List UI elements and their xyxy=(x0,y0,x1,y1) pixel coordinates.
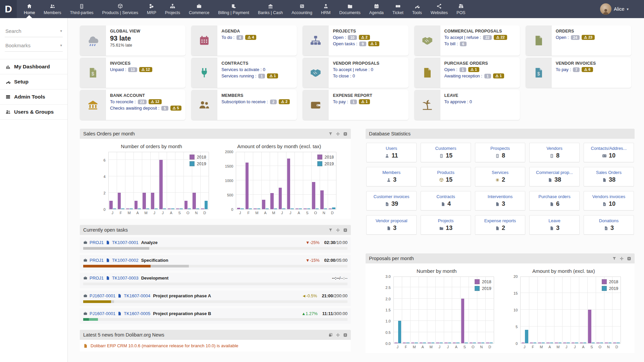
project-link[interactable]: PROJ1 xyxy=(90,258,104,263)
stat-label[interactable]: Commercial prop... xyxy=(536,170,573,175)
menu-billing-payment[interactable]: Billing | Payment xyxy=(214,0,254,18)
close-icon[interactable] xyxy=(343,228,347,232)
task-ref-link[interactable]: TK1607-0004 xyxy=(124,293,150,298)
widget-commercial-proposals[interactable]: COMMERCIAL PROPOSALSTo accept | refuse :… xyxy=(414,25,520,56)
stat-projects[interactable]: Projects13 xyxy=(421,215,471,235)
menu-accounting[interactable]: Accounting xyxy=(287,0,317,18)
menu-pos[interactable]: POS xyxy=(452,0,470,18)
sidebar-item-setup[interactable]: Setup xyxy=(0,74,67,89)
stat-label[interactable]: Prospects xyxy=(490,146,510,151)
close-icon[interactable] xyxy=(343,333,347,337)
menu-documents[interactable]: Documents xyxy=(335,0,365,18)
stat-vendor-proposal[interactable]: Vendor proposal3 xyxy=(366,215,417,235)
menu-projects[interactable]: Projects xyxy=(161,0,184,18)
filter-icon[interactable] xyxy=(328,132,333,136)
stat-vendors[interactable]: Vendors8 xyxy=(529,143,580,162)
stat-purchase-orders[interactable]: Purchase orders6 xyxy=(529,191,580,210)
menu-third-parties[interactable]: Third-parties xyxy=(65,0,98,18)
stat-label[interactable]: Leave xyxy=(548,218,560,223)
bookmarks-dropdown[interactable]: Bookmarks ▾ xyxy=(5,40,63,52)
sidebar-item-my-dashboard[interactable]: My Dashboard xyxy=(0,59,67,74)
menu-hrm[interactable]: HRM xyxy=(317,0,335,18)
widget-invoices[interactable]: $INVOICESUnpaid :13⚠ 12 xyxy=(80,58,185,88)
stat-commercial-prop[interactable]: Commercial prop...38 xyxy=(529,167,580,186)
widget-vendor-proposals[interactable]: VENDOR PROPOSALSTo accept | refuse : 0To… xyxy=(303,58,408,88)
project-link[interactable]: PJ1607-0001 xyxy=(90,293,115,298)
stat-expense-reports[interactable]: Expense reports2 xyxy=(475,215,525,235)
stat-label[interactable]: Customer invoices xyxy=(374,194,410,199)
stat-label[interactable]: Purchase orders xyxy=(538,194,570,199)
menu-ticket[interactable]: Ticket xyxy=(388,0,408,18)
widget-vendor-invoices[interactable]: $VENDOR INVOICESTo pay :7⚠ 6 xyxy=(526,58,631,88)
task-ref-link[interactable]: TK1007-0001 xyxy=(112,240,139,245)
search-dropdown[interactable]: Search ▾ xyxy=(5,25,63,37)
menu-commerce[interactable]: Commerce xyxy=(184,0,214,18)
stat-label[interactable]: Interventions xyxy=(488,194,513,199)
menu-tools[interactable]: Tools xyxy=(408,0,426,18)
widget-agenda[interactable]: AGENDATo do :4⚠ 4 xyxy=(191,25,297,56)
widget-purchase-orders[interactable]: PURCHASE ORDERSOpen :1⚠ 1Awaiting recept… xyxy=(414,58,520,88)
project-link[interactable]: PROJ1 xyxy=(90,276,104,281)
stat-sales-orders[interactable]: Sales Orders38 xyxy=(584,167,634,186)
stat-prospects[interactable]: Prospects8 xyxy=(475,143,525,162)
widget-projects[interactable]: PROJECTSOpen :10⚠ 2Open tasks :9⚠ 1 xyxy=(303,25,408,56)
stat-interventions[interactable]: Interventions3 xyxy=(475,191,525,210)
sidebar-item-users-groups[interactable]: Users & Groups xyxy=(0,105,67,120)
menu-agenda[interactable]: Agenda xyxy=(365,0,388,18)
task-ref-link[interactable]: TK1007-0003 xyxy=(112,276,139,281)
stat-label[interactable]: Expense reports xyxy=(484,218,516,223)
task-ref-link[interactable]: TK1607-0005 xyxy=(124,311,150,316)
stat-services[interactable]: Services2 xyxy=(475,167,525,186)
menu-banks-cash[interactable]: Banks | Cash xyxy=(254,0,287,18)
stat-label[interactable]: Users xyxy=(386,146,397,151)
stat-label[interactable]: Vendors invoices xyxy=(592,194,625,199)
filter-icon[interactable] xyxy=(612,256,616,261)
stat-label[interactable]: Contacts/Addres... xyxy=(591,146,627,151)
stat-customer-invoices[interactable]: Customer invoices$39 xyxy=(366,191,417,210)
stat-leave[interactable]: Leave3 xyxy=(529,215,580,235)
stat-users[interactable]: Users11 xyxy=(366,143,417,162)
move-icon[interactable] xyxy=(336,228,340,232)
project-link[interactable]: PROJ1 xyxy=(90,240,104,245)
widget-orders[interactable]: ORDERSOpen :24⚠ 23 xyxy=(526,25,631,56)
menu-members[interactable]: Members xyxy=(39,0,65,18)
widget-global-view[interactable]: GLOBAL VIEW93 late75.61% late xyxy=(80,25,185,56)
stat-products[interactable]: Products15 xyxy=(421,167,471,186)
stat-label[interactable]: Vendor proposal xyxy=(376,218,408,223)
widget-expense-report[interactable]: EXPENSE REPORTTo pay :1⚠ 1 xyxy=(303,90,408,120)
stat-customers[interactable]: Customers15 xyxy=(421,143,471,162)
news-link[interactable]: Dolibarr ERP CRM 10.0.6 (maintenance rel… xyxy=(91,343,238,348)
stat-members[interactable]: Members3 xyxy=(366,167,417,186)
stat-label[interactable]: Sales Orders xyxy=(596,170,622,175)
widget-bank-account[interactable]: BANK ACCOUNTTo reconcile :23⚠ 12Checks a… xyxy=(80,90,185,120)
stat-label[interactable]: Products xyxy=(437,170,454,175)
stat-label[interactable]: Members xyxy=(382,170,400,175)
user-menu[interactable]: Alice ▾ xyxy=(600,3,629,15)
window-restore-icon[interactable] xyxy=(328,333,333,337)
stat-donations[interactable]: Donations$3 xyxy=(584,215,634,235)
widget-members[interactable]: MEMBERSSubscription to receive :2⚠ 2 xyxy=(191,90,297,120)
move-icon[interactable] xyxy=(336,132,340,136)
task-ref-link[interactable]: TK1007-0002 xyxy=(112,258,139,263)
stat-label[interactable]: Projects xyxy=(438,218,454,223)
stat-contracts[interactable]: Contracts4 xyxy=(421,191,471,210)
widget-leave[interactable]: LEAVETo approve : 0 xyxy=(414,90,520,120)
widget-contracts[interactable]: CONTRACTSServices to activate : 0Service… xyxy=(191,58,297,88)
menu-websites[interactable]: Websites xyxy=(426,0,452,18)
stat-label[interactable]: Services xyxy=(492,170,508,175)
project-link[interactable]: PJ1607-0001 xyxy=(90,311,115,316)
stat-label[interactable]: Customers xyxy=(435,146,457,151)
menu-products-services[interactable]: Products | Services xyxy=(98,0,143,18)
close-icon[interactable] xyxy=(627,256,631,261)
menu-mrp[interactable]: MRP xyxy=(143,0,161,18)
stat-label[interactable]: Contracts xyxy=(436,194,455,199)
stat-contacts-addres[interactable]: Contacts/Addres...10 xyxy=(584,143,634,162)
app-logo[interactable]: D xyxy=(0,0,17,18)
filter-icon[interactable] xyxy=(328,228,333,232)
stat-label[interactable]: Vendors xyxy=(546,146,562,151)
sidebar-item-admin-tools[interactable]: Admin Tools xyxy=(0,89,67,105)
move-icon[interactable] xyxy=(336,333,340,337)
move-icon[interactable] xyxy=(620,256,624,261)
stat-vendors-invoices[interactable]: Vendors invoices$10 xyxy=(584,191,634,210)
stat-label[interactable]: Donations xyxy=(599,218,619,223)
